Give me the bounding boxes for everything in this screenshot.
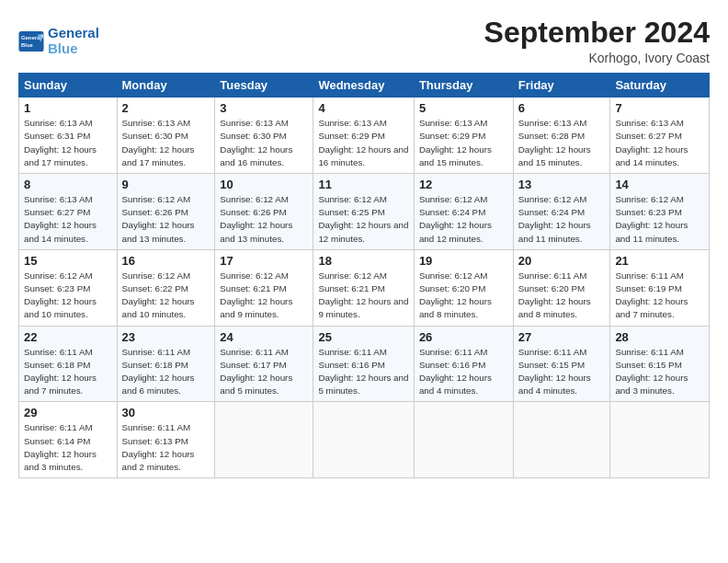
- day-info: Sunrise: 6:11 AM Sunset: 6:18 PM Dayligh…: [122, 346, 210, 398]
- calendar-cell: 1 Sunrise: 6:13 AM Sunset: 6:31 PM Dayli…: [19, 98, 118, 174]
- day-number: 14: [615, 178, 704, 191]
- day-info: Sunrise: 6:11 AM Sunset: 6:16 PM Dayligh…: [419, 346, 508, 398]
- daylight-label: Daylight: 12 hours and 13 minutes.: [122, 220, 195, 243]
- page-header: General Blue GeneralBlue September 2024 …: [18, 17, 710, 65]
- sunset-label: Sunset: 6:26 PM: [122, 207, 188, 217]
- sunrise-label: Sunrise: 6:12 AM: [419, 194, 488, 204]
- col-thursday: Thursday: [414, 74, 513, 98]
- sunset-label: Sunset: 6:26 PM: [220, 207, 286, 217]
- col-monday: Monday: [117, 74, 215, 98]
- sunset-label: Sunset: 6:30 PM: [122, 131, 188, 141]
- day-number: 4: [318, 101, 408, 115]
- calendar-week-row: 29 Sunrise: 6:11 AM Sunset: 6:14 PM Dayl…: [19, 402, 710, 478]
- col-sunday: Sunday: [19, 74, 118, 98]
- sunset-label: Sunset: 6:24 PM: [419, 207, 485, 217]
- col-wednesday: Wednesday: [313, 74, 414, 98]
- daylight-label: Daylight: 12 hours and 7 minutes.: [24, 373, 97, 396]
- sunrise-label: Sunrise: 6:11 AM: [122, 347, 191, 357]
- sunset-label: Sunset: 6:13 PM: [122, 436, 188, 446]
- day-number: 16: [122, 254, 210, 268]
- day-number: 18: [318, 254, 408, 268]
- sunrise-label: Sunrise: 6:13 AM: [318, 118, 387, 128]
- sunset-label: Sunset: 6:29 PM: [419, 131, 485, 141]
- sunset-label: Sunset: 6:20 PM: [419, 283, 485, 293]
- calendar-cell: [513, 402, 610, 478]
- sunrise-label: Sunrise: 6:13 AM: [518, 118, 587, 128]
- day-number: 20: [518, 254, 606, 268]
- day-info: Sunrise: 6:13 AM Sunset: 6:27 PM Dayligh…: [615, 117, 704, 169]
- sunrise-label: Sunrise: 6:11 AM: [318, 347, 387, 357]
- daylight-label: Daylight: 12 hours and 5 minutes.: [220, 373, 292, 396]
- day-number: 17: [220, 254, 308, 268]
- day-number: 26: [419, 330, 508, 344]
- sunrise-label: Sunrise: 6:12 AM: [24, 270, 93, 281]
- calendar-cell: 8 Sunrise: 6:13 AM Sunset: 6:27 PM Dayli…: [19, 174, 118, 250]
- sunset-label: Sunset: 6:20 PM: [518, 283, 585, 293]
- calendar-cell: 20 Sunrise: 6:11 AM Sunset: 6:20 PM Dayl…: [513, 249, 610, 326]
- sunrise-label: Sunrise: 6:11 AM: [615, 270, 684, 281]
- sunset-label: Sunset: 6:29 PM: [318, 131, 384, 141]
- day-number: 8: [24, 178, 112, 191]
- svg-text:Blue: Blue: [21, 42, 34, 48]
- sunrise-label: Sunrise: 6:13 AM: [615, 118, 684, 128]
- calendar-week-row: 1 Sunrise: 6:13 AM Sunset: 6:31 PM Dayli…: [19, 98, 710, 174]
- calendar-cell: 12 Sunrise: 6:12 AM Sunset: 6:24 PM Dayl…: [414, 174, 513, 250]
- sunrise-label: Sunrise: 6:12 AM: [122, 194, 191, 204]
- daylight-label: Daylight: 12 hours and 8 minutes.: [419, 296, 492, 319]
- day-info: Sunrise: 6:13 AM Sunset: 6:29 PM Dayligh…: [318, 117, 408, 169]
- day-info: Sunrise: 6:12 AM Sunset: 6:21 PM Dayligh…: [220, 270, 308, 322]
- sunrise-label: Sunrise: 6:11 AM: [220, 347, 289, 357]
- sunset-label: Sunset: 6:15 PM: [615, 360, 681, 370]
- calendar-cell: 18 Sunrise: 6:12 AM Sunset: 6:21 PM Dayl…: [313, 249, 414, 326]
- sunrise-label: Sunrise: 6:12 AM: [122, 270, 191, 281]
- daylight-label: Daylight: 12 hours and 13 minutes.: [220, 220, 292, 243]
- day-info: Sunrise: 6:13 AM Sunset: 6:27 PM Dayligh…: [24, 193, 112, 246]
- day-info: Sunrise: 6:13 AM Sunset: 6:28 PM Dayligh…: [518, 117, 606, 169]
- daylight-label: Daylight: 12 hours and 10 minutes.: [24, 296, 97, 319]
- daylight-label: Daylight: 12 hours and 11 minutes.: [615, 220, 688, 243]
- day-number: 6: [518, 101, 606, 115]
- sunrise-label: Sunrise: 6:12 AM: [518, 194, 587, 204]
- day-info: Sunrise: 6:12 AM Sunset: 6:24 PM Dayligh…: [419, 193, 508, 246]
- day-number: 24: [220, 330, 308, 344]
- day-info: Sunrise: 6:12 AM Sunset: 6:24 PM Dayligh…: [518, 193, 606, 246]
- sunrise-label: Sunrise: 6:11 AM: [518, 347, 587, 357]
- day-info: Sunrise: 6:12 AM Sunset: 6:26 PM Dayligh…: [122, 193, 210, 246]
- calendar-week-row: 8 Sunrise: 6:13 AM Sunset: 6:27 PM Dayli…: [19, 174, 710, 250]
- calendar-week-row: 22 Sunrise: 6:11 AM Sunset: 6:18 PM Dayl…: [19, 326, 710, 402]
- daylight-label: Daylight: 12 hours and 2 minutes.: [122, 449, 195, 472]
- sunrise-label: Sunrise: 6:13 AM: [24, 194, 93, 204]
- daylight-label: Daylight: 12 hours and 3 minutes.: [24, 449, 97, 472]
- daylight-label: Daylight: 12 hours and 16 minutes.: [220, 144, 292, 167]
- sunset-label: Sunset: 6:17 PM: [220, 360, 286, 370]
- sunset-label: Sunset: 6:24 PM: [518, 207, 585, 217]
- daylight-label: Daylight: 12 hours and 4 minutes.: [518, 373, 591, 396]
- day-number: 19: [419, 254, 508, 268]
- daylight-label: Daylight: 12 hours and 16 minutes.: [318, 144, 408, 167]
- day-info: Sunrise: 6:11 AM Sunset: 6:18 PM Dayligh…: [24, 346, 112, 398]
- calendar-cell: 26 Sunrise: 6:11 AM Sunset: 6:16 PM Dayl…: [414, 326, 513, 402]
- day-info: Sunrise: 6:12 AM Sunset: 6:20 PM Dayligh…: [419, 270, 508, 322]
- sunrise-label: Sunrise: 6:13 AM: [419, 118, 488, 128]
- calendar-cell: 28 Sunrise: 6:11 AM Sunset: 6:15 PM Dayl…: [610, 326, 710, 402]
- daylight-label: Daylight: 12 hours and 6 minutes.: [122, 373, 195, 396]
- day-number: 1: [24, 101, 112, 115]
- daylight-label: Daylight: 12 hours and 8 minutes.: [518, 296, 591, 319]
- day-number: 29: [24, 406, 112, 419]
- logo-icon: General Blue: [18, 31, 44, 52]
- day-info: Sunrise: 6:12 AM Sunset: 6:26 PM Dayligh…: [220, 193, 308, 246]
- daylight-label: Daylight: 12 hours and 5 minutes.: [318, 373, 408, 396]
- logo: General Blue GeneralBlue: [18, 26, 99, 56]
- day-info: Sunrise: 6:11 AM Sunset: 6:15 PM Dayligh…: [615, 346, 704, 398]
- calendar-cell: 27 Sunrise: 6:11 AM Sunset: 6:15 PM Dayl…: [513, 326, 610, 402]
- sunrise-label: Sunrise: 6:13 AM: [122, 118, 191, 128]
- sunset-label: Sunset: 6:22 PM: [122, 283, 188, 293]
- daylight-label: Daylight: 12 hours and 15 minutes.: [419, 144, 492, 167]
- day-info: Sunrise: 6:11 AM Sunset: 6:13 PM Dayligh…: [122, 421, 210, 474]
- daylight-label: Daylight: 12 hours and 11 minutes.: [518, 220, 591, 243]
- day-info: Sunrise: 6:13 AM Sunset: 6:30 PM Dayligh…: [122, 117, 210, 169]
- logo-text: GeneralBlue: [48, 26, 99, 56]
- calendar-cell: 24 Sunrise: 6:11 AM Sunset: 6:17 PM Dayl…: [215, 326, 313, 402]
- sunrise-label: Sunrise: 6:11 AM: [518, 270, 587, 281]
- calendar-cell: 11 Sunrise: 6:12 AM Sunset: 6:25 PM Dayl…: [313, 174, 414, 250]
